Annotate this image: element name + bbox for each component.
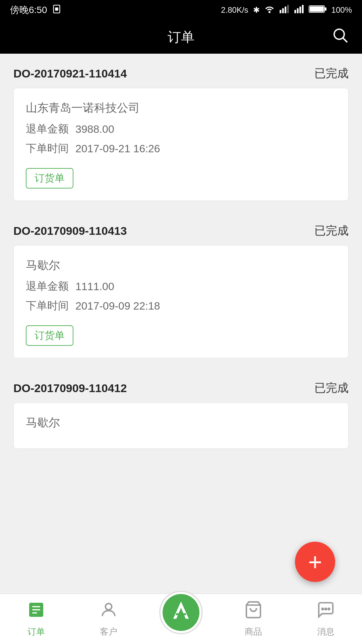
order-time-row-1: 下单时间 2017-09-21 16:26 <box>26 141 336 156</box>
battery-percent: 100% <box>331 5 352 15</box>
refund-amount-2: 1111.00 <box>75 280 114 293</box>
svg-rect-5 <box>285 7 286 13</box>
order-refund-row-2: 退单金额 1111.00 <box>26 279 336 294</box>
battery-icon <box>309 4 327 16</box>
order-tag-2[interactable]: 订货单 <box>26 325 73 346</box>
svg-line-15 <box>343 38 347 42</box>
order-status-1: 已完成 <box>314 66 349 81</box>
order-header-2: DO-20170909-110413 已完成 <box>13 223 349 238</box>
refund-label-1: 退单金额 <box>26 122 69 137</box>
nav-label-messages: 消息 <box>317 626 335 638</box>
products-icon <box>244 600 263 623</box>
order-status-2: 已完成 <box>314 223 349 238</box>
svg-rect-3 <box>280 10 281 13</box>
order-company-2: 马歇尔 <box>26 258 336 273</box>
status-left: 傍晚6:50 <box>10 4 61 16</box>
svg-rect-1 <box>55 7 58 10</box>
order-section-1: DO-20170921-110414 已完成 山东青岛一诺科技公司 退单金额 3… <box>0 54 362 201</box>
refund-label-2: 退单金额 <box>26 279 69 294</box>
page-title: 订单 <box>168 28 194 46</box>
search-button[interactable] <box>332 27 349 47</box>
nav-item-orders[interactable]: 订单 <box>0 600 72 638</box>
bottom-nav: 订单 客户 <box>0 594 362 644</box>
status-time: 傍晚6:50 <box>10 4 47 16</box>
svg-rect-7 <box>294 10 296 13</box>
svg-point-2 <box>268 11 270 13</box>
messages-icon <box>316 600 335 623</box>
network-speed: 2.80K/s <box>221 5 248 15</box>
refund-amount-1: 3988.00 <box>75 123 114 136</box>
svg-point-26 <box>328 608 330 610</box>
order-header-3: DO-20170909-110412 已完成 <box>13 380 349 396</box>
order-time-row-2: 下单时间 2017-09-09 22:18 <box>26 299 336 313</box>
nav-item-customers[interactable]: 客户 <box>72 600 145 638</box>
bluetooth-icon: ✱ <box>253 5 260 15</box>
wifi-icon <box>264 5 275 15</box>
svg-rect-4 <box>282 8 284 13</box>
svg-rect-22 <box>176 613 186 615</box>
svg-point-24 <box>322 608 323 610</box>
status-right: 2.80K/s ✱ 100% <box>221 4 352 16</box>
center-logo-inner <box>163 594 199 631</box>
nav-item-messages[interactable]: 消息 <box>290 600 362 638</box>
order-id-3: DO-20170909-110412 <box>13 382 127 395</box>
svg-point-14 <box>334 29 344 39</box>
time-label-2: 下单时间 <box>26 299 69 313</box>
fab-plus-icon: + <box>308 548 322 576</box>
order-card-2: 马歇尔 退单金额 1111.00 下单时间 2017-09-09 22:18 订… <box>13 245 349 358</box>
order-card-1: 山东青岛一诺科技公司 退单金额 3988.00 下单时间 2017-09-21 … <box>13 88 349 201</box>
svg-rect-12 <box>310 6 324 12</box>
time-label-1: 下单时间 <box>26 141 69 156</box>
orders-icon <box>27 600 46 623</box>
signal2-icon <box>294 5 304 15</box>
svg-rect-10 <box>302 5 303 13</box>
svg-rect-8 <box>297 8 298 13</box>
status-bar: 傍晚6:50 2.80K/s ✱ 100% <box>0 0 362 20</box>
order-section-2: DO-20170909-110413 已完成 马歇尔 退单金额 1111.00 … <box>0 211 362 358</box>
order-card-3: 马歇尔 <box>13 402 349 449</box>
nav-label-products: 商品 <box>245 626 262 638</box>
signal-icon <box>279 5 289 15</box>
order-company-3: 马歇尔 <box>26 415 336 430</box>
logo-text <box>169 598 193 626</box>
svg-rect-9 <box>299 7 301 13</box>
divider-2 <box>0 358 362 368</box>
nav-label-orders: 订单 <box>27 626 45 638</box>
order-status-3: 已完成 <box>314 380 349 396</box>
customers-icon <box>99 600 118 623</box>
order-section-3: DO-20170909-110412 已完成 马歇尔 <box>0 368 362 449</box>
order-id-2: DO-20170909-110413 <box>13 224 127 237</box>
order-tag-1[interactable]: 订货单 <box>26 168 73 189</box>
divider-1 <box>0 201 362 211</box>
order-header-1: DO-20170921-110414 已完成 <box>13 66 349 81</box>
svg-point-25 <box>325 608 327 610</box>
svg-rect-6 <box>287 5 289 13</box>
svg-marker-21 <box>173 601 189 619</box>
order-refund-row-1: 退单金额 3988.00 <box>26 122 336 137</box>
fab-add-button[interactable]: + <box>295 542 335 582</box>
order-company-1: 山东青岛一诺科技公司 <box>26 100 336 116</box>
sim-icon <box>52 4 61 16</box>
svg-rect-13 <box>325 7 326 11</box>
order-id-1: DO-20170921-110414 <box>13 67 127 80</box>
nav-item-products[interactable]: 商品 <box>217 600 290 638</box>
nav-item-center[interactable] <box>145 604 217 634</box>
nav-label-customers: 客户 <box>100 626 117 638</box>
top-nav: 订单 <box>0 20 362 54</box>
order-time-1: 2017-09-21 16:26 <box>75 143 160 155</box>
svg-point-20 <box>106 603 112 610</box>
center-logo-button[interactable] <box>159 591 203 634</box>
order-time-2: 2017-09-09 22:18 <box>75 300 160 312</box>
